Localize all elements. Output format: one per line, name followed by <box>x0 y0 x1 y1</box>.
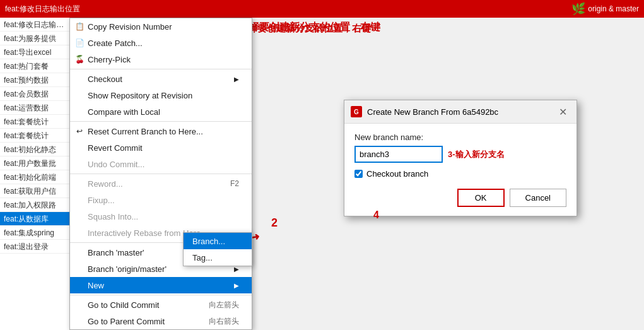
list-item[interactable]: feat:会员数据 <box>0 87 75 101</box>
menu-item-fixup: Fixup... <box>70 192 252 208</box>
title-bar: feat:修改日志输出位置 🌿 origin & master <box>0 0 644 18</box>
menu-item-create-patch[interactable]: 📄 Create Patch... <box>70 35 252 51</box>
list-item[interactable]: feat:套餐统计 <box>0 129 75 143</box>
dialog-body: New branch name: 3-输入新分支名 Checkout branc… <box>344 124 577 216</box>
list-item[interactable]: feat:套餐统计 <box>0 115 75 129</box>
create-branch-dialog: G Create New Branch From 6a5492bc ✕ New … <box>344 100 577 216</box>
dialog-app-icon: G <box>351 106 362 117</box>
list-item[interactable]: feat:热门套餐 <box>0 59 75 73</box>
list-item[interactable]: feat:修改日志输出位置 <box>0 18 75 32</box>
list-item[interactable]: feat:为服务提供 <box>0 32 75 45</box>
annotation-step2: 2 <box>271 216 278 230</box>
list-item[interactable]: feat:导出excel <box>0 45 75 59</box>
menu-item-go-child[interactable]: Go to Child Commit 向左箭头 <box>70 297 252 313</box>
branch-name: origin & master <box>588 4 639 13</box>
menu-item-go-parent[interactable]: Go to Parent Commit 向右箭头 <box>70 313 252 329</box>
menu-item-new[interactable]: New ▶ <box>70 277 252 293</box>
submenu-arrow: ▶ <box>234 76 239 83</box>
checkout-branch-checkbox[interactable] <box>354 170 363 178</box>
submenu-item-branch[interactable]: Branch... <box>184 233 252 249</box>
divider <box>70 69 252 69</box>
menu-item-checkout[interactable]: Checkout ▶ <box>70 71 252 87</box>
dialog-buttons: OK Cancel 4 <box>354 189 566 207</box>
cherry-icon: 🍒 <box>74 55 85 64</box>
menu-item-cherry-pick[interactable]: 🍒 Cherry-Pick <box>70 51 252 68</box>
list-item[interactable]: feat:运营数据 <box>0 101 75 115</box>
dialog-title-left: G Create New Branch From 6a5492bc <box>351 106 498 117</box>
submenu-item-tag[interactable]: Tag... <box>184 249 252 266</box>
divider <box>70 174 252 174</box>
list-item[interactable]: feat:初始化静态 <box>0 143 75 156</box>
menu-item-squash: Squash Into... <box>70 208 252 225</box>
menu-item-show-repo[interactable]: Show Repository at Revision <box>70 87 252 103</box>
commit-list: feat:修改日志输出位置 feat:为服务提供 feat:导出excel fe… <box>0 18 76 330</box>
divider <box>70 295 252 295</box>
menu-item-revert[interactable]: Revert Commit <box>70 139 252 156</box>
list-item[interactable]: feat:集成spring <box>0 226 75 240</box>
ok-button[interactable]: OK <box>457 189 505 207</box>
window-title: feat:修改日志输出位置 <box>5 4 80 15</box>
list-item[interactable]: feat:预约数据 <box>0 73 75 87</box>
copy-icon: 📋 <box>74 22 85 31</box>
branch-name-label: New branch name: <box>354 133 566 142</box>
dialog-close-button[interactable]: ✕ <box>555 104 570 119</box>
list-item[interactable]: feat:退出登录 <box>0 240 75 254</box>
patch-icon: 📄 <box>74 38 85 47</box>
reset-icon: ↩ <box>74 127 85 136</box>
branch-name-input-row: 3-输入新分支名 <box>354 146 566 163</box>
list-item[interactable]: feat:加入权限路 <box>0 198 75 212</box>
branch-name-input[interactable] <box>354 146 443 163</box>
list-item[interactable]: feat:初始化前端 <box>0 170 75 184</box>
cancel-button[interactable]: Cancel <box>510 189 566 207</box>
menu-item-reset-branch[interactable]: ↩ Reset Current Branch to Here... <box>70 123 252 139</box>
context-menu: 📋 Copy Revision Number 📄 Create Patch...… <box>69 18 252 330</box>
menu-item-reword: Reword... F2 <box>70 175 252 192</box>
sub-menu-new: Branch... Tag... <box>183 232 252 266</box>
branch-indicator: 🌿 origin & master <box>571 2 639 16</box>
submenu-arrow: ▶ <box>234 282 239 289</box>
divider <box>70 121 252 122</box>
main-area: feat:修改日志输出位置 feat:为服务提供 feat:导出excel fe… <box>0 18 644 330</box>
menu-item-undo: Undo Commit... <box>70 156 252 172</box>
checkout-branch-label: Checkout branch <box>366 169 428 179</box>
dialog-titlebar: G Create New Branch From 6a5492bc ✕ <box>344 100 577 124</box>
list-item[interactable]: feat:获取用户信 <box>0 184 75 198</box>
list-item[interactable]: feat:从数据库 <box>0 212 75 226</box>
submenu-arrow: ▶ <box>234 266 239 273</box>
annotation-step3: 3-输入新分支名 <box>448 149 505 160</box>
menu-item-compare[interactable]: Compare with Local <box>70 103 252 120</box>
dialog-title: Create New Branch From 6a5492bc <box>367 107 498 117</box>
menu-item-copy-revision[interactable]: 📋 Copy Revision Number <box>70 18 252 35</box>
annotation-step4: 4 <box>373 209 379 221</box>
annotation-step1-text: 1选择要创建新分支的位置，右键 <box>233 23 371 35</box>
checkout-branch-row: Checkout branch <box>354 169 566 179</box>
list-item[interactable]: feat:用户数量批 <box>0 156 75 170</box>
